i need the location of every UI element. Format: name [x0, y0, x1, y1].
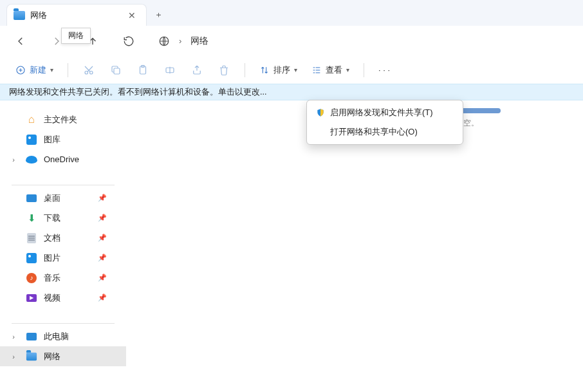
pictures-icon — [26, 253, 37, 263]
tab-tooltip: 网络 — [61, 28, 91, 44]
navigation-pane: 主文件夹 图库 › OneDrive 桌面 📌 ⬇ 下载 📌 文档 📌 — [0, 100, 126, 392]
tab-close-button[interactable]: ✕ — [124, 9, 140, 22]
menu-item-open-sharing-center[interactable]: 打开网络和共享中心(O) — [307, 122, 463, 142]
sidebar-item-label: 网络 — [44, 351, 60, 362]
pin-icon: 📌 — [98, 234, 107, 242]
sidebar-item-label: 视频 — [44, 292, 60, 304]
desktop-icon — [26, 194, 37, 202]
breadcrumb[interactable]: › 网络 — [158, 35, 208, 47]
network-discovery-banner[interactable]: 网络发现和文件共享已关闭。看不到网络计算机和设备。单击以更改... — [0, 84, 583, 100]
delete-button[interactable] — [217, 64, 230, 76]
sidebar-item-label: 音乐 — [44, 272, 60, 284]
sidebar-item-label: 桌面 — [44, 192, 60, 204]
new-button[interactable]: 新建 ▾ — [15, 64, 53, 76]
sidebar-item-label: OneDrive — [44, 154, 79, 164]
menu-item-label: 启用网络发现和文件共享(T) — [330, 107, 433, 118]
download-icon: ⬇ — [26, 212, 37, 224]
sort-button[interactable]: 排序 ▾ — [259, 64, 297, 76]
context-menu: 启用网络发现和文件共享(T) 打开网络和共享中心(O) — [306, 100, 463, 145]
new-tab-button[interactable]: ＋ — [147, 4, 170, 26]
menu-item-enable-discovery[interactable]: 启用网络发现和文件共享(T) — [307, 103, 463, 122]
document-icon — [27, 233, 36, 243]
chevron-down-icon: ▾ — [346, 66, 349, 73]
pin-icon: 📌 — [98, 294, 107, 302]
network-folder-icon — [14, 11, 25, 20]
tab-strip: 网络 ✕ 网络 ＋ — [0, 0, 583, 26]
sidebar-item-documents[interactable]: 文档 📌 — [0, 228, 126, 248]
network-icon — [26, 352, 37, 360]
sidebar-item-home[interactable]: 主文件夹 — [0, 109, 126, 129]
sidebar-item-thispc[interactable]: › 此电脑 — [0, 326, 126, 346]
tab-title: 网络 — [30, 10, 47, 21]
sidebar-item-onedrive[interactable]: › OneDrive — [0, 149, 126, 169]
pin-icon: 📌 — [98, 214, 107, 222]
back-button[interactable] — [14, 35, 27, 48]
separator — [364, 63, 364, 77]
command-toolbar: 新建 ▾ 排序 ▾ 查看 ▾ · · · — [0, 57, 583, 84]
sidebar-item-network[interactable]: › 网络 — [0, 346, 126, 366]
expand-icon[interactable]: › — [9, 156, 18, 163]
expand-icon[interactable]: › — [9, 353, 18, 360]
empty-folder-hint: 空。 — [463, 118, 479, 129]
svg-point-3 — [90, 71, 93, 74]
new-button-label: 新建 — [30, 64, 46, 76]
sidebar-item-label: 下载 — [44, 212, 60, 224]
chevron-down-icon: ▾ — [294, 66, 297, 73]
sidebar-item-label: 此电脑 — [44, 331, 69, 342]
pc-icon — [26, 333, 37, 341]
cut-button[interactable] — [82, 64, 95, 76]
sidebar-item-label: 文档 — [44, 232, 60, 244]
sidebar-item-label: 图库 — [44, 134, 60, 145]
onedrive-icon — [26, 156, 37, 163]
expand-icon[interactable]: › — [9, 333, 18, 341]
chevron-down-icon: ▾ — [50, 66, 53, 73]
sidebar-item-desktop[interactable]: 桌面 📌 — [0, 188, 126, 208]
gallery-icon — [26, 135, 37, 145]
rename-button[interactable] — [163, 64, 176, 76]
sort-button-label: 排序 — [273, 64, 290, 76]
refresh-button[interactable] — [122, 35, 135, 48]
more-button[interactable]: · · · — [378, 65, 390, 75]
copy-button[interactable] — [109, 64, 122, 76]
video-icon: ▶ — [26, 294, 37, 302]
share-button[interactable] — [190, 64, 203, 76]
sidebar-item-pictures[interactable]: 图片 📌 — [0, 248, 126, 268]
pin-icon: 📌 — [98, 274, 107, 282]
sidebar-item-downloads[interactable]: ⬇ 下载 📌 — [0, 208, 126, 228]
banner-text: 网络发现和文件共享已关闭。看不到网络计算机和设备。单击以更改... — [9, 87, 266, 98]
music-icon: ♪ — [26, 273, 37, 283]
separator — [12, 323, 115, 324]
svg-point-2 — [85, 71, 88, 74]
shield-icon — [316, 108, 325, 117]
pin-icon: 📌 — [98, 254, 107, 262]
view-button[interactable]: 查看 ▾ — [311, 64, 349, 76]
separator — [245, 63, 245, 77]
breadcrumb-location: 网络 — [190, 35, 208, 47]
svg-rect-4 — [114, 68, 120, 74]
sidebar-item-label: 图片 — [44, 252, 60, 264]
sidebar-item-videos[interactable]: ▶ 视频 📌 — [0, 288, 126, 308]
paste-button[interactable] — [136, 64, 149, 76]
chevron-right-icon: › — [179, 36, 181, 46]
globe-icon — [158, 35, 170, 47]
pin-icon: 📌 — [98, 194, 107, 202]
separator — [12, 185, 115, 185]
sidebar-item-label: 主文件夹 — [44, 114, 77, 126]
sidebar-item-music[interactable]: ♪ 音乐 📌 — [0, 268, 126, 288]
tab-network[interactable]: 网络 ✕ 网络 — [6, 4, 147, 26]
menu-item-label: 打开网络和共享中心(O) — [330, 126, 418, 138]
home-icon — [26, 114, 37, 126]
separator — [68, 63, 68, 77]
sidebar-item-gallery[interactable]: 图库 — [0, 129, 126, 149]
view-button-label: 查看 — [326, 64, 342, 76]
